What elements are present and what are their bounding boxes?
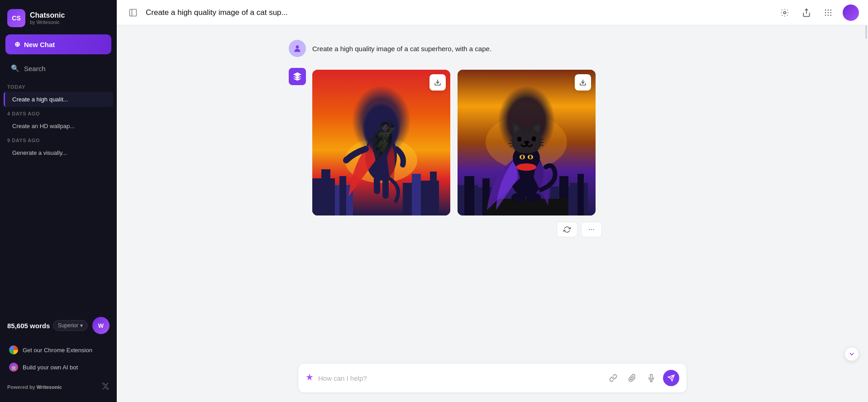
microphone-button[interactable] <box>644 371 658 385</box>
user-avatar[interactable] <box>843 5 859 21</box>
words-count: 85,605 words <box>7 322 50 330</box>
svg-rect-35 <box>458 70 596 215</box>
user-message-row: Create a high quality image of a cat sup… <box>289 40 696 57</box>
svg-point-60 <box>593 229 594 230</box>
svg-point-10 <box>825 14 826 16</box>
bot-action-buttons <box>312 222 602 237</box>
svg-point-46 <box>509 151 544 196</box>
link-button[interactable] <box>606 371 620 385</box>
cat-image-2-visual <box>458 70 596 215</box>
send-button[interactable] <box>663 370 679 386</box>
svg-point-24 <box>365 131 397 181</box>
svg-rect-19 <box>339 176 346 215</box>
sparkle-icon <box>305 373 314 383</box>
more-options-button[interactable] <box>581 222 602 237</box>
svg-rect-33 <box>382 176 389 199</box>
words-section: 85,605 words Superior ▾ W <box>0 311 117 340</box>
svg-marker-49 <box>512 141 521 151</box>
new-chat-label: New Chat <box>24 41 55 48</box>
sidebar-item-chat-3[interactable]: Generate a visually... <box>4 145 113 160</box>
svg-point-59 <box>591 229 592 230</box>
svg-rect-39 <box>478 187 495 215</box>
user-message-content: Create a high quality image of a cat sup… <box>312 40 696 57</box>
svg-point-58 <box>589 229 590 230</box>
input-area <box>117 358 868 402</box>
settings-button[interactable] <box>777 5 792 20</box>
svg-rect-16 <box>312 178 335 215</box>
main-content: Create a high quality image of a cat sup… <box>117 0 868 402</box>
svg-rect-17 <box>321 169 330 215</box>
svg-point-48 <box>516 163 536 171</box>
download-image-1-button[interactable] <box>429 74 446 91</box>
generated-images-grid <box>312 70 696 215</box>
search-icon: 🔍 <box>11 64 19 72</box>
chrome-extension-label: Get our Chrome Extension <box>23 347 92 354</box>
build-bot-link[interactable]: 🤖 Build your own AI bot <box>4 359 113 376</box>
generated-image-1 <box>312 70 450 215</box>
section-today-label: TODAY <box>0 81 117 91</box>
svg-rect-14 <box>312 70 450 215</box>
chevron-down-icon: ▾ <box>80 322 83 329</box>
generated-image-2 <box>458 70 596 215</box>
svg-rect-18 <box>335 185 353 215</box>
grid-button[interactable] <box>821 5 835 20</box>
svg-rect-41 <box>550 187 572 215</box>
sidebar-brand: Chatsonic by Writesonic <box>30 11 65 25</box>
refresh-button[interactable] <box>557 222 577 237</box>
sidebar-footer: Powered by Writesonic <box>0 378 117 397</box>
svg-point-31 <box>384 126 386 129</box>
topbar-title: Create a high quality image of a cat sup… <box>146 8 288 17</box>
svg-point-29 <box>383 125 387 130</box>
svg-point-52 <box>528 155 533 159</box>
chat-area: Create a high quality image of a cat sup… <box>117 25 868 358</box>
ai-bot-icon: 🤖 <box>9 363 18 372</box>
plan-badge[interactable]: Superior ▾ <box>53 320 88 331</box>
svg-point-47 <box>513 145 540 171</box>
build-bot-label: Build your own AI bot <box>23 364 78 371</box>
app-logo: CS <box>7 9 25 27</box>
sidebar-item-chat-2[interactable]: Create an HD wallpap... <box>4 119 113 134</box>
svg-rect-40 <box>482 178 490 215</box>
topbar-right <box>777 5 859 21</box>
plan-label: Superior <box>58 322 78 329</box>
search-button[interactable]: 🔍 Search <box>5 60 111 77</box>
svg-point-2 <box>784 11 786 14</box>
svg-point-5 <box>828 9 829 10</box>
svg-point-7 <box>825 12 826 13</box>
chat-input[interactable] <box>318 374 601 382</box>
user-message-avatar <box>289 40 306 57</box>
download-image-2-button[interactable] <box>575 74 591 91</box>
cat-image-1-visual <box>312 70 450 215</box>
sidebar-collapse-button[interactable] <box>126 5 140 20</box>
app-name: Chatsonic <box>30 11 65 19</box>
svg-rect-21 <box>412 174 421 215</box>
sidebar-header: CS Chatsonic by Writesonic <box>0 5 117 34</box>
section-4days-label: 4 DAYS AGO <box>0 107 117 118</box>
sidebar-bottom-links: Get our Chrome Extension 🤖 Build your ow… <box>0 340 117 378</box>
svg-rect-32 <box>374 174 380 194</box>
svg-rect-37 <box>458 185 478 215</box>
svg-rect-38 <box>464 176 474 215</box>
sidebar: CS Chatsonic by Writesonic ⊕ New Chat 🔍 … <box>0 0 117 402</box>
svg-marker-50 <box>532 141 541 151</box>
chrome-icon <box>9 345 18 354</box>
user-avatar-small[interactable]: W <box>92 317 110 334</box>
svg-rect-44 <box>577 174 584 215</box>
svg-rect-42 <box>559 176 568 215</box>
svg-point-15 <box>345 138 417 183</box>
section-9days-label: 9 DAYS AGO <box>0 134 117 145</box>
chat-input-container <box>298 363 687 393</box>
attachment-button[interactable] <box>625 371 639 385</box>
chrome-extension-link[interactable]: Get our Chrome Extension <box>4 341 113 359</box>
svg-rect-0 <box>130 9 137 16</box>
scroll-down-button[interactable] <box>844 347 859 361</box>
twitter-icon[interactable] <box>101 382 110 392</box>
bot-avatar <box>289 68 306 85</box>
svg-point-36 <box>486 115 567 169</box>
svg-rect-20 <box>403 183 425 215</box>
sidebar-item-chat-1[interactable]: Create a high qualit... <box>4 92 113 107</box>
share-button[interactable] <box>799 5 814 20</box>
new-chat-button[interactable]: ⊕ New Chat <box>5 34 111 54</box>
svg-point-9 <box>830 12 832 13</box>
svg-point-12 <box>830 14 832 16</box>
